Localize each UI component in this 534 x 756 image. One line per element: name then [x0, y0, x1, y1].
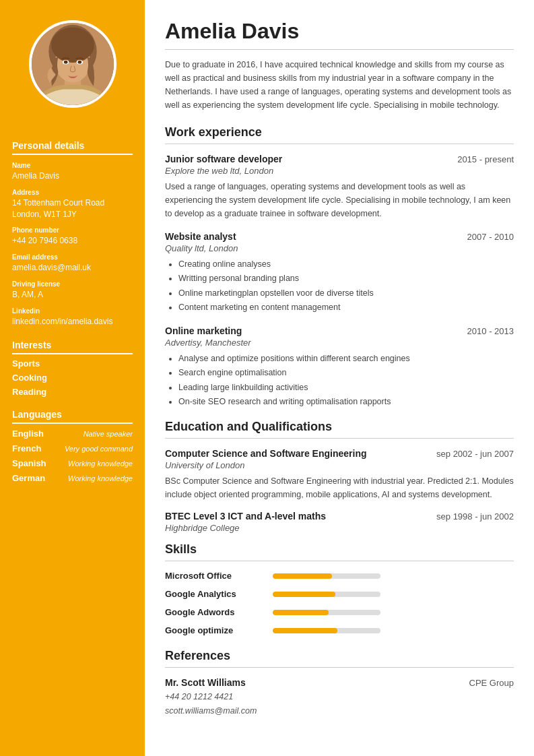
phone-label: Phone number — [12, 226, 133, 234]
skill-bar-bg-google-adwords — [273, 610, 380, 615]
lang-english-level: Native speaker — [84, 430, 133, 438]
lang-german-name: German — [12, 473, 45, 483]
bullet-item: Search engine optimalisation — [178, 366, 514, 380]
email-value: amelia.davis@mail.uk — [12, 262, 133, 274]
edu-1-desc: BSc Computer Science and Software Engine… — [165, 474, 514, 501]
bullet-item: Content marketing en content management — [178, 301, 514, 315]
candidate-name: Amelia Davis — [165, 19, 514, 44]
lang-french-level: Very good command — [65, 445, 133, 453]
email-label: Email address — [12, 253, 133, 261]
interest-reading: Reading — [12, 387, 133, 397]
svg-point-6 — [63, 61, 67, 64]
skill-bar-fill-ms-office — [273, 573, 332, 579]
edu-1-header: Computer Science and Software Engineerin… — [165, 448, 514, 459]
lang-spanish-name: Spanish — [12, 458, 46, 468]
address-label: Address — [12, 189, 133, 196]
job-3-bullets: Analyse and optimize positions within di… — [178, 352, 514, 409]
lang-english: English Native speaker — [12, 429, 133, 439]
name-divider — [165, 49, 514, 50]
bullet-item: Leading large linkbuilding activities — [178, 381, 514, 395]
skill-google-analytics: Google Analytics — [165, 589, 514, 599]
driving-value: B, AM, A — [12, 289, 133, 301]
svg-point-8 — [77, 61, 81, 64]
edu-1-dates: sep 2002 - jun 2007 — [436, 449, 514, 459]
avatar — [29, 20, 116, 108]
references-divider — [165, 667, 514, 668]
interest-cooking: Cooking — [12, 373, 133, 383]
job-3-company: Advertisy, Manchester — [165, 338, 514, 348]
job-1-desc: Used a range of languages, operating sys… — [165, 180, 514, 220]
edu-1-title: Computer Science and Software Engineerin… — [165, 448, 367, 459]
lang-spanish: Spanish Working knowledge — [12, 458, 133, 468]
skill-bar-bg-google-optimize — [273, 628, 380, 633]
lang-german-level: Working knowledge — [68, 474, 133, 482]
driving-label: Driving license — [12, 280, 133, 288]
skill-name-google-optimize: Google optimize — [165, 625, 273, 635]
job-2-dates: 2007 - 2010 — [467, 232, 514, 242]
job-1-title: Junior software developer — [165, 154, 282, 164]
edu-2-header: BTEC Level 3 ICT and A-level maths sep 1… — [165, 511, 514, 522]
ref-1-company: CPE Group — [469, 678, 514, 688]
skill-bar-bg-ms-office — [273, 573, 380, 579]
skill-name-google-adwords: Google Adwords — [165, 607, 273, 617]
edu-2-title: BTEC Level 3 ICT and A-level maths — [165, 511, 326, 522]
skill-bar-fill-google-adwords — [273, 610, 329, 615]
skill-name-google-analytics: Google Analytics — [165, 589, 273, 599]
svg-point-4 — [51, 28, 94, 63]
edu-1-institution: University of London — [165, 460, 514, 470]
sidebar-content: Personal details Name Amelia Davis Addre… — [0, 121, 145, 497]
bullet-item: Creating online analyses — [178, 257, 514, 272]
interests-title: Interests — [12, 340, 133, 354]
ref-1-phone: +44 20 1212 4421 — [165, 690, 514, 704]
skill-ms-office: Microsoft Office — [165, 571, 514, 581]
lang-spanish-level: Working knowledge — [68, 460, 133, 468]
skill-google-optimize: Google optimize — [165, 625, 514, 635]
job-1-company: Explore the web ltd, London — [165, 166, 514, 176]
job-2-header: Website analyst 2007 - 2010 — [165, 231, 514, 242]
summary-text: Due to graduate in 2016, I have acquired… — [165, 58, 514, 112]
lang-french: French Very good command — [12, 443, 133, 453]
job-3: Online marketing 2010 - 2013 Advertisy, … — [165, 325, 514, 409]
education-title: Education and Qualifications — [165, 420, 514, 434]
skill-bar-fill-google-analytics — [273, 592, 335, 597]
languages-title: Languages — [12, 409, 133, 424]
job-2-bullets: Creating online analyses Writting person… — [178, 257, 514, 315]
work-experience-title: Work experience — [165, 125, 514, 139]
edu-1: Computer Science and Software Engineerin… — [165, 448, 514, 501]
lang-german: German Working knowledge — [12, 473, 133, 483]
personal-details-title: Personal details — [12, 140, 133, 155]
job-2-company: Quality ltd, London — [165, 243, 514, 253]
linkedin-value: linkedin.com/in/amelia.davis — [12, 316, 133, 327]
sidebar: Personal details Name Amelia Davis Addre… — [0, 0, 145, 756]
lang-french-name: French — [12, 443, 41, 453]
interest-sports: Sports — [12, 358, 133, 369]
address-line1: 14 Tottenham Court Road — [12, 197, 133, 209]
references-title: References — [165, 649, 514, 663]
linkedin-label: Linkedin — [12, 307, 133, 315]
skill-google-adwords: Google Adwords — [165, 607, 514, 617]
skills-divider — [165, 561, 514, 561]
work-divider — [165, 144, 514, 144]
edu-2-dates: sep 1998 - jun 2002 — [436, 511, 514, 522]
skills-title: Skills — [165, 542, 514, 557]
name-label: Name — [12, 162, 133, 169]
ref-1-header: Mr. Scott Williams CPE Group — [165, 677, 514, 688]
lang-english-name: English — [12, 429, 44, 439]
reference-1: Mr. Scott Williams CPE Group +44 20 1212… — [165, 677, 514, 719]
job-2-title: Website analyst — [165, 231, 236, 242]
job-1-dates: 2015 - present — [457, 154, 514, 164]
main-content: Amelia Davis Due to graduate in 2016, I … — [145, 0, 534, 756]
ref-1-name: Mr. Scott Williams — [165, 677, 246, 688]
job-3-dates: 2010 - 2013 — [467, 326, 514, 336]
ref-1-email: scott.williams@mail.com — [165, 704, 514, 718]
job-1-header: Junior software developer 2015 - present — [165, 154, 514, 164]
education-divider — [165, 438, 514, 439]
skill-bar-bg-google-analytics — [273, 592, 380, 597]
phone-value: +44 20 7946 0638 — [12, 235, 133, 247]
edu-2: BTEC Level 3 ICT and A-level maths sep 1… — [165, 511, 514, 533]
job-3-header: Online marketing 2010 - 2013 — [165, 325, 514, 336]
skill-name-ms-office: Microsoft Office — [165, 571, 273, 581]
name-value: Amelia Davis — [12, 170, 133, 182]
bullet-item: Online marketingplan opstellen voor de d… — [178, 286, 514, 301]
edu-2-institution: Highbridge College — [165, 523, 514, 533]
